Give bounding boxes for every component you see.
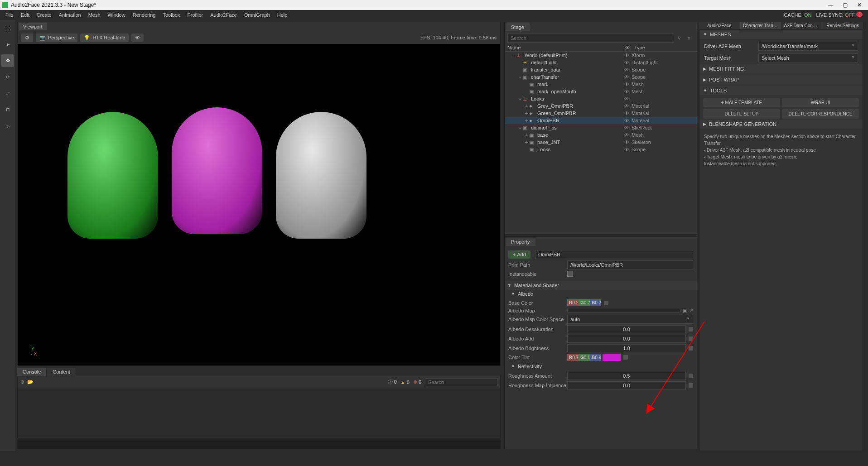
tree-row[interactable]: mark_openMouth👁Mesh <box>505 88 697 95</box>
menu-toolbox[interactable]: Toolbox <box>159 11 183 19</box>
tree-row[interactable]: +OmniPBR👁Material <box>505 117 697 124</box>
cloud-icon[interactable] <box>856 12 863 17</box>
render-mode-selector[interactable]: 💡RTX Real-time <box>80 34 129 42</box>
albedo-desat-slider[interactable]: 0.0 <box>567 325 686 333</box>
color-tint-field[interactable]: R0.7 G0.1 B0.9 <box>567 354 601 361</box>
mesh-grey-head[interactable] <box>276 112 366 239</box>
menu-animation[interactable]: Animation <box>55 11 85 19</box>
tool-snap[interactable]: ⊓ <box>1 103 14 116</box>
console-open-icon[interactable]: 📂 <box>27 379 34 385</box>
tab-stage[interactable]: Stage <box>506 23 530 31</box>
tool-play[interactable]: ▷ <box>1 120 14 132</box>
tool-scale[interactable]: ⤢ <box>1 87 14 100</box>
tool-select[interactable]: ➤ <box>1 38 14 51</box>
tree-row[interactable]: +Grey_OmniPBR👁Material <box>505 102 697 110</box>
close-button[interactable]: ✕ <box>853 0 866 10</box>
tab-audio2face[interactable]: Audio2Face <box>699 22 740 29</box>
menu-rendering[interactable]: Rendering <box>129 11 159 19</box>
tab-a2f-data-conversion[interactable]: A2F Data Conver... <box>781 22 822 29</box>
wrap-ui-button[interactable]: WRAP UI <box>782 98 859 107</box>
tab-content[interactable]: Content <box>47 368 76 376</box>
tree-row[interactable]: -World (defaultPrim)👁Xform <box>505 52 697 59</box>
minimize-button[interactable]: — <box>824 0 837 10</box>
tree-row[interactable]: +Green_OmniPBR👁Material <box>505 110 697 117</box>
mesh-green-head[interactable] <box>68 112 158 239</box>
mesh-magenta-head[interactable] <box>172 107 262 234</box>
base-color-field[interactable]: R0.2 G0.2 B0.2 <box>567 299 601 306</box>
reset-icon[interactable] <box>689 346 693 351</box>
delete-setup-button[interactable]: DELETE SETUP <box>703 109 780 119</box>
albedo-map-field[interactable] <box>567 309 681 312</box>
reset-icon[interactable] <box>604 301 608 305</box>
tool-move[interactable]: ✥ <box>1 54 14 67</box>
albedo-add-slider[interactable]: 0.0 <box>567 335 686 343</box>
reset-icon[interactable] <box>689 383 693 388</box>
section-blendshape-gen[interactable]: BLENDSHAPE GENERATION <box>699 120 863 129</box>
tree-row[interactable]: +base👁Mesh <box>505 131 697 139</box>
menu-omnigraph[interactable]: OmniGraph <box>241 11 274 19</box>
console-clear-icon[interactable]: ⊘ <box>20 379 24 385</box>
section-tools[interactable]: TOOLS <box>699 86 863 95</box>
maximize-button[interactable]: ▢ <box>838 0 852 10</box>
prim-name-input[interactable] <box>535 250 693 259</box>
tree-row[interactable]: -Looks👁 <box>505 95 697 102</box>
tree-row[interactable]: Looks👁Scope <box>505 146 697 153</box>
tree-row[interactable]: mark👁Mesh <box>505 81 697 88</box>
target-mesh-select[interactable]: Select Mesh <box>758 53 858 62</box>
albedo-bright-slider[interactable]: 1.0 <box>567 344 686 352</box>
tool-rotate[interactable]: ⟳ <box>1 71 14 83</box>
options-icon[interactable]: ≡ <box>684 34 694 43</box>
section-material-shader[interactable]: Material and Shader <box>505 281 697 290</box>
folder-icon[interactable]: ▣ <box>683 307 687 313</box>
viewport-settings-icon[interactable]: ⚙ <box>21 34 33 42</box>
camera-selector[interactable]: 📷Perspective <box>36 34 77 42</box>
menu-create[interactable]: Create <box>33 11 55 19</box>
section-post-wrap[interactable]: POST WRAP <box>699 75 863 84</box>
tree-row[interactable]: defaultLight👁DistantLight <box>505 59 697 66</box>
primpath-input[interactable] <box>567 260 693 269</box>
male-template-button[interactable]: + MALE TEMPLATE <box>703 98 780 107</box>
target-mesh-label: Target Mesh <box>704 55 758 61</box>
tab-console[interactable]: Console <box>17 368 46 376</box>
section-reflectivity[interactable]: Reflectivity <box>508 362 693 370</box>
albedo-colorspace-label: Albedo Map Color Space <box>508 317 567 322</box>
tool-frame-selection[interactable]: ⛶ <box>1 22 14 34</box>
stage-search[interactable] <box>507 34 674 43</box>
driver-mesh-select[interactable]: /World/charTransfer/mark <box>758 42 858 51</box>
reset-icon[interactable] <box>689 327 693 331</box>
console-search[interactable] <box>425 378 497 386</box>
tree-row[interactable]: -charTransfer👁Scope <box>505 73 697 81</box>
roughness-map-inf-slider[interactable]: 0.0 <box>567 381 686 389</box>
menu-profiler[interactable]: Profiler <box>183 11 207 19</box>
section-albedo[interactable]: Albedo <box>508 290 693 298</box>
add-button[interactable]: +Add <box>508 250 530 259</box>
menu-file[interactable]: File <box>2 11 17 19</box>
menu-audio2face[interactable]: Audio2Face <box>207 11 241 19</box>
console-input[interactable] <box>17 439 501 449</box>
reset-icon[interactable] <box>689 336 693 341</box>
tab-render-settings[interactable]: Render Settings <box>822 22 863 29</box>
tab-character-transfer[interactable]: Character Transf... <box>740 22 781 29</box>
tree-row[interactable]: -didimoF_bs👁SkelRoot <box>505 124 697 131</box>
section-meshes[interactable]: MESHES <box>699 30 863 39</box>
reset-icon[interactable] <box>689 374 693 378</box>
albedo-colorspace-select[interactable]: auto <box>567 315 693 324</box>
menu-edit[interactable]: Edit <box>17 11 33 19</box>
menu-mesh[interactable]: Mesh <box>85 11 104 19</box>
viewport-3d[interactable]: Y ⌐X <box>18 44 500 365</box>
filter-icon[interactable]: ⑂ <box>674 34 684 43</box>
viewport-tab[interactable]: Viewport <box>19 23 47 30</box>
export-icon[interactable]: ↗ <box>689 307 693 313</box>
tree-row[interactable]: +base_JNT👁Skeleton <box>505 139 697 146</box>
menu-help[interactable]: Help <box>274 11 291 19</box>
color-tint-swatch[interactable] <box>603 354 621 361</box>
tab-property[interactable]: Property <box>506 238 535 246</box>
roughness-amount-slider[interactable]: 0.5 <box>567 372 686 380</box>
delete-correspondence-button[interactable]: DELETE CORRESPONDENCE <box>782 109 859 119</box>
instanceable-checkbox[interactable] <box>567 271 573 277</box>
tree-row[interactable]: transfer_data👁Scope <box>505 66 697 73</box>
section-mesh-fitting[interactable]: MESH FITTING <box>699 64 863 73</box>
reset-icon[interactable] <box>623 355 628 360</box>
menu-window[interactable]: Window <box>104 11 129 19</box>
visibility-toggle[interactable]: 👁 <box>131 34 144 42</box>
